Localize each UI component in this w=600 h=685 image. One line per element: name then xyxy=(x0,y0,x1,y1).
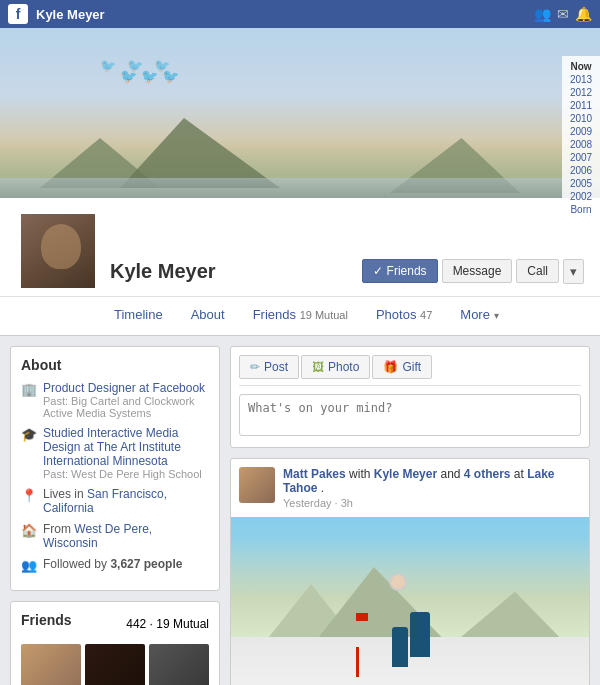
work-link[interactable]: Product Designer at Facebook xyxy=(43,381,205,395)
water-reflection xyxy=(0,178,600,198)
friend-avatar xyxy=(85,644,145,685)
top-navigation: f Kyle Meyer 👥 ✉ 🔔 xyxy=(0,0,600,28)
timeline-year-2011[interactable]: 2011 xyxy=(562,99,600,112)
feed-post-image xyxy=(231,517,589,685)
post-tab-post[interactable]: ✏ Post xyxy=(239,355,299,379)
location-link[interactable]: San Francisco, California xyxy=(43,487,167,515)
feed-post-info: Matt Pakes with Kyle Meyer and 4 others … xyxy=(283,467,581,509)
about-education: 🎓 Studied Interactive Media Design at Th… xyxy=(21,426,209,480)
post-tab-gift[interactable]: 🎁 Gift xyxy=(372,355,432,379)
feed-post-header: Matt Pakes with Kyle Meyer and 4 others … xyxy=(231,459,589,517)
post-box: ✏ Post 🖼 Photo 🎁 Gift xyxy=(230,346,590,448)
friends-badge: 19 Mutual xyxy=(300,309,348,321)
more-dropdown-arrow: ▾ xyxy=(494,310,499,321)
timeline-year-born[interactable]: Born xyxy=(562,203,600,216)
profile-section: Kyle Meyer ✓ Friends Message Call ▾ Time… xyxy=(0,198,600,336)
friends-box: Friends 442 · 19 Mutual Mike Vernat Rose… xyxy=(10,601,220,685)
post-input[interactable] xyxy=(239,394,581,436)
friends-button[interactable]: ✓ Friends xyxy=(362,259,437,283)
tab-about[interactable]: About xyxy=(177,297,239,335)
gear-button[interactable]: ▾ xyxy=(563,259,584,284)
timeline-year-now[interactable]: Now xyxy=(562,60,600,73)
cover-photo: 🐦 🐦 🐦 xyxy=(0,28,600,198)
list-item[interactable]: Wilson Miner xyxy=(149,644,209,685)
timeline-year-2005[interactable]: 2005 xyxy=(562,177,600,190)
message-icon[interactable]: ✉ xyxy=(557,6,569,22)
feed-post-time: Yesterday · 3h xyxy=(283,497,581,509)
notification-icon[interactable]: 🔔 xyxy=(575,6,592,22)
timeline-year-2010[interactable]: 2010 xyxy=(562,112,600,125)
timeline-year-2006[interactable]: 2006 xyxy=(562,164,600,177)
list-item[interactable]: Rose Yao xyxy=(85,644,145,685)
hometown-icon: 🏠 xyxy=(21,523,37,538)
flag-pole xyxy=(356,647,359,677)
about-work: 🏢 Product Designer at Facebook Past: Big… xyxy=(21,381,209,419)
location-icon: 📍 xyxy=(21,488,37,503)
timeline-year-2008[interactable]: 2008 xyxy=(562,138,600,151)
timeline-year-2007[interactable]: 2007 xyxy=(562,151,600,164)
main-content: About 🏢 Product Designer at Facebook Pas… xyxy=(0,336,600,685)
feed-post-avatar[interactable] xyxy=(239,467,275,503)
call-button[interactable]: Call xyxy=(516,259,559,283)
education-icon: 🎓 xyxy=(21,427,37,442)
hometown-link[interactable]: West De Pere, Wisconsin xyxy=(43,522,152,550)
feed-post-names: Matt Pakes with Kyle Meyer and 4 others … xyxy=(283,467,581,495)
post-others-link[interactable]: 4 others xyxy=(464,467,511,481)
left-column: About 🏢 Product Designer at Facebook Pas… xyxy=(10,346,220,685)
post-icon: ✏ xyxy=(250,360,260,374)
list-item[interactable]: Mike Vernat xyxy=(21,644,81,685)
about-followers: 👥 Followed by 3,627 people xyxy=(21,557,209,573)
post-author-link[interactable]: Matt Pakes xyxy=(283,467,346,481)
post-tabs: ✏ Post 🖼 Photo 🎁 Gift xyxy=(239,355,581,386)
feed-post: Matt Pakes with Kyle Meyer and 4 others … xyxy=(230,458,590,685)
friends-count: 442 · 19 Mutual xyxy=(126,617,209,631)
nav-right-icons: 👥 ✉ 🔔 xyxy=(534,6,592,22)
friend-avatar xyxy=(149,644,209,685)
photo-icon: 🖼 xyxy=(312,360,324,374)
flag xyxy=(356,613,368,621)
profile-actions: ✓ Friends Message Call ▾ xyxy=(362,259,584,284)
nav-tabs: Timeline About Friends 19 Mutual Photos … xyxy=(0,296,600,335)
people-icon[interactable]: 👥 xyxy=(534,6,551,22)
facebook-logo: f xyxy=(8,4,28,24)
tab-friends[interactable]: Friends 19 Mutual xyxy=(239,297,362,335)
message-button[interactable]: Message xyxy=(442,259,513,283)
friends-title: Friends xyxy=(21,612,72,628)
snowboarder-head xyxy=(389,573,407,591)
timeline-year-2002[interactable]: 2002 xyxy=(562,190,600,203)
timeline-year-2013[interactable]: 2013 xyxy=(562,73,600,86)
snowboarder-body xyxy=(392,627,408,667)
work-icon: 🏢 xyxy=(21,382,37,397)
friends-grid: Mike Vernat Rose Yao Wilson Miner Lu Che… xyxy=(21,644,209,685)
education-link[interactable]: Studied Interactive Media Design at The … xyxy=(43,426,181,468)
gift-icon: 🎁 xyxy=(383,360,398,374)
nav-username: Kyle Meyer xyxy=(36,7,105,22)
about-box: About 🏢 Product Designer at Facebook Pas… xyxy=(10,346,220,591)
snow-ground xyxy=(231,637,589,685)
tab-more[interactable]: More ▾ xyxy=(446,297,512,335)
followers-icon: 👥 xyxy=(21,558,37,573)
post-tab-photo[interactable]: 🖼 Photo xyxy=(301,355,370,379)
timeline-year-2009[interactable]: 2009 xyxy=(562,125,600,138)
timeline-sidebar: Now 2013 2012 2011 2010 2009 2008 2007 2… xyxy=(562,56,600,220)
right-column: ✏ Post 🖼 Photo 🎁 Gift Mat xyxy=(230,346,590,685)
work-past: Past: Big Cartel and Clockwork Active Me… xyxy=(43,395,209,419)
about-title: About xyxy=(21,357,209,373)
about-hometown: 🏠 From West De Pere, Wisconsin xyxy=(21,522,209,550)
tab-timeline[interactable]: Timeline xyxy=(100,297,177,335)
post-with-link[interactable]: Kyle Meyer xyxy=(374,467,437,481)
friend-avatar xyxy=(21,644,81,685)
profile-name: Kyle Meyer xyxy=(110,260,216,283)
photos-badge: 47 xyxy=(420,309,432,321)
bird-decoration: 🐦 🐦 🐦 xyxy=(100,58,170,73)
about-location: 📍 Lives in San Francisco, California xyxy=(21,487,209,515)
education-past: Past: West De Pere High School xyxy=(43,468,209,480)
timeline-year-2012[interactable]: 2012 xyxy=(562,86,600,99)
avatar[interactable] xyxy=(18,211,98,291)
tab-photos[interactable]: Photos 47 xyxy=(362,297,446,335)
